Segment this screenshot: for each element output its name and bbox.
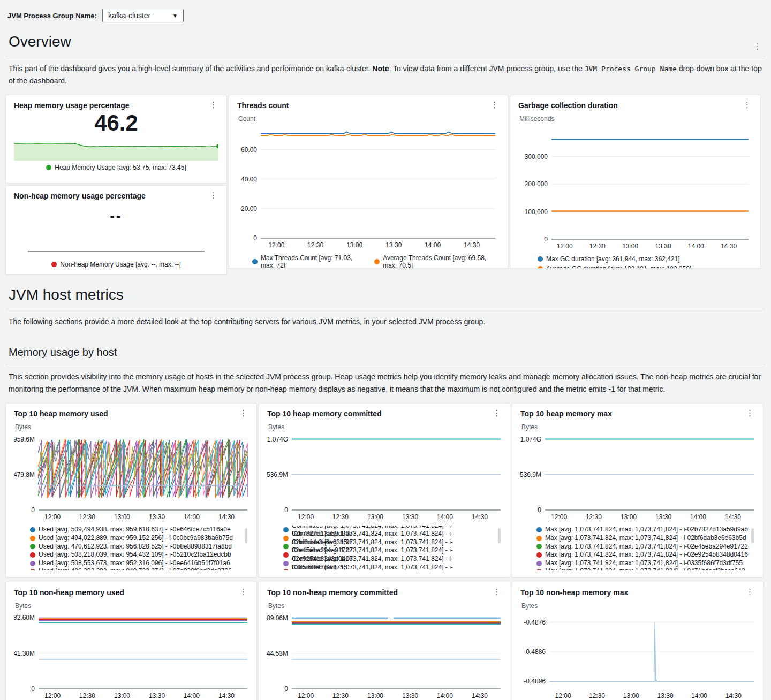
legend-item[interactable]: Max GC duration [avg: 361,944, max: 362,…	[538, 255, 752, 263]
nonheap-usage-value: --	[14, 208, 218, 224]
legend-label: Max [avg: 1,073,741,824, max: 1,073,741,…	[545, 551, 748, 559]
svg-text:0: 0	[538, 506, 541, 514]
widget-menu-button[interactable]: ⋮	[492, 409, 502, 417]
widget-menu-button[interactable]: ⋮	[745, 588, 755, 596]
svg-text:12:30: 12:30	[589, 242, 606, 250]
svg-text:0: 0	[253, 234, 257, 242]
svg-text:0: 0	[544, 235, 548, 243]
empty-chart-axis-line	[28, 251, 205, 252]
card-threads-count: Threads count ⋮ Count 60.0040.0020.00012…	[229, 95, 508, 269]
svg-text:1.074G: 1.074G	[520, 436, 541, 443]
card-gc-duration: Garbage collection duration ⋮ Millisecon…	[510, 95, 761, 269]
caret-down-icon: ▼	[172, 13, 178, 19]
legend-label: Average GC duration [avg: 102,181, max: …	[546, 265, 691, 269]
legend-item[interactable]: Max [avg: 1,073,741,824, max: 1,073,741,…	[536, 534, 755, 543]
legend-scrollbar[interactable]	[751, 528, 754, 543]
svg-text:536.9M: 536.9M	[267, 471, 288, 478]
svg-text:0: 0	[31, 506, 35, 514]
legend-item[interactable]: Non-heap Memory Usage [avg: --, max: --]	[51, 261, 180, 268]
legend-color-dot	[283, 569, 289, 570]
y-axis-unit-label: Bytes	[15, 602, 248, 610]
svg-text:14:30: 14:30	[725, 513, 741, 521]
heap_committed-chart: 1.074G536.9M012:0012:3013:0013:3014:0014…	[267, 432, 502, 522]
heap_max-legend: Max [avg: 1,073,741,824, max: 1,073,741,…	[520, 526, 755, 570]
svg-text:13:30: 13:30	[386, 241, 402, 249]
svg-text:-0.4876: -0.4876	[524, 619, 546, 626]
legend-item[interactable]: Max [avg: 1,073,741,824, max: 1,073,741,…	[536, 526, 755, 534]
widget-title: Non-heap memory usage percentage	[14, 192, 146, 200]
legend-item[interactable]: Used [avg: 509,494,938, max: 959,618,637…	[30, 526, 248, 534]
legend-item[interactable]: Max [avg: 1,073,741,824, max: 1,073,741,…	[536, 567, 755, 570]
svg-text:12:00: 12:00	[557, 242, 573, 250]
svg-text:89.06M: 89.06M	[267, 614, 288, 622]
legend-label: Used [avg: 508,218,039, max: 954,432,109…	[39, 551, 231, 559]
host-metrics-title: JVM host metrics	[9, 286, 124, 303]
svg-text:20.00: 20.00	[241, 205, 257, 212]
legend-label: Max [avg: 1,073,741,824, max: 1,073,741,…	[545, 526, 748, 534]
y-axis-unit-label: Bytes	[521, 423, 755, 431]
legend-item[interactable]: Max [avg: 1,073,741,824, max: 1,073,741,…	[536, 551, 755, 559]
svg-text:13:30: 13:30	[149, 513, 165, 521]
svg-text:12:00: 12:00	[44, 513, 61, 521]
svg-text:12:30: 12:30	[79, 692, 95, 699]
svg-text:14:00: 14:00	[425, 241, 441, 249]
widget-menu-button[interactable]: ⋮	[238, 409, 248, 417]
svg-text:14:00: 14:00	[691, 692, 707, 699]
legend-item[interactable]: Committed [avg: 1,073,741,824, max: 1,07…	[283, 567, 502, 570]
widget-title: Threads count	[237, 101, 289, 110]
widget-menu-button[interactable]: ⋮	[208, 101, 218, 109]
svg-text:12:00: 12:00	[551, 513, 567, 521]
widget-menu-button[interactable]: ⋮	[208, 192, 218, 199]
overview-section-header: Overview ⋮	[5, 31, 766, 56]
legend-item[interactable]: Average GC duration [avg: 102,181, max: …	[538, 265, 752, 269]
legend-label: Used [avg: 508,553,673, max: 952,316,096…	[39, 559, 230, 568]
host-metrics-description: The following sections provide a more de…	[5, 309, 766, 333]
overview-code-text: JVM Process Group Name	[585, 65, 677, 73]
legend-label: Average Threads Count [avg: 69.58, max: …	[383, 254, 500, 269]
svg-text:82.60M: 82.60M	[14, 614, 35, 622]
card-top10-nonheap-memory-committed: Top 10 non-heap memory committed ⋮ Bytes…	[259, 582, 510, 700]
card-nonheap-usage-percentage: Non-heap memory usage percentage ⋮ -- No…	[5, 185, 227, 275]
overview-menu-button[interactable]: ⋮	[752, 43, 762, 50]
svg-text:13:00: 13:00	[367, 513, 383, 521]
widget-menu-button[interactable]: ⋮	[238, 588, 248, 596]
overview-desc-text-1: This part of the dashboard gives you a h…	[9, 64, 372, 73]
widget-title: Top 10 heap memory used	[14, 409, 108, 418]
legend-label: Used [avg: 470,612,923, max: 956,828,525…	[39, 543, 232, 551]
legend-item[interactable]: Used [avg: 486,292,292, max: 949,733,274…	[30, 567, 248, 570]
overview-widgets-row: Heap memory usage percentage ⋮ 46.2 Heap…	[5, 95, 766, 275]
svg-text:14:30: 14:30	[218, 513, 235, 521]
legend-item[interactable]: Used [avg: 494,022,889, max: 959,152,256…	[30, 534, 248, 543]
legend-item[interactable]: Max [avg: 1,073,741,824, max: 1,073,741,…	[536, 543, 755, 551]
widget-menu-button[interactable]: ⋮	[742, 101, 752, 109]
card-top10-heap-memory-committed: Top 10 heap memory committed ⋮ Bytes 1.0…	[259, 403, 510, 577]
legend-scrollbar[interactable]	[498, 528, 501, 543]
svg-text:13:30: 13:30	[655, 513, 671, 521]
process-group-select[interactable]: kafka-cluster ▼	[102, 9, 184, 22]
svg-text:100,000: 100,000	[525, 208, 548, 216]
overview-description: This part of the dashboard gives you a h…	[5, 56, 766, 93]
legend-item[interactable]: Max Threads Count [avg: 71.03, max: 72]	[252, 254, 362, 269]
svg-text:13:00: 13:00	[367, 692, 383, 699]
legend-item[interactable]: Used [avg: 508,553,673, max: 952,316,096…	[30, 559, 248, 568]
legend-item[interactable]: Used [avg: 508,218,039, max: 954,432,109…	[30, 551, 248, 559]
legend-scrollbar[interactable]	[245, 528, 247, 543]
legend-label: Used [avg: 494,022,889, max: 959,152,256…	[39, 534, 233, 543]
heap-widgets-row: Top 10 heap memory used ⋮ Bytes 959.6M47…	[5, 403, 766, 577]
legend-item[interactable]: Heap Memory Usage [avg: 53.75, max: 73.4…	[46, 164, 186, 171]
legend-color-dot	[30, 544, 35, 549]
svg-text:14:00: 14:00	[437, 692, 453, 699]
svg-text:0: 0	[31, 685, 35, 693]
y-axis-unit-label: Bytes	[268, 423, 502, 431]
legend-item[interactable]: Average Threads Count [avg: 69.58, max: …	[374, 254, 500, 269]
widget-title: Top 10 non-heap memory committed	[267, 588, 398, 597]
widget-menu-button[interactable]: ⋮	[745, 409, 755, 417]
widget-title: Heap memory usage percentage	[14, 101, 130, 110]
legend-item[interactable]: Max [avg: 1,073,741,824, max: 1,073,741,…	[536, 559, 755, 568]
svg-text:12:30: 12:30	[332, 692, 349, 699]
widget-menu-button[interactable]: ⋮	[489, 101, 500, 109]
legend-item[interactable]: Used [avg: 470,612,923, max: 956,828,525…	[30, 543, 248, 551]
svg-text:12:00: 12:00	[44, 692, 61, 699]
widget-menu-button[interactable]: ⋮	[492, 588, 502, 596]
legend-color-dot	[536, 552, 542, 558]
